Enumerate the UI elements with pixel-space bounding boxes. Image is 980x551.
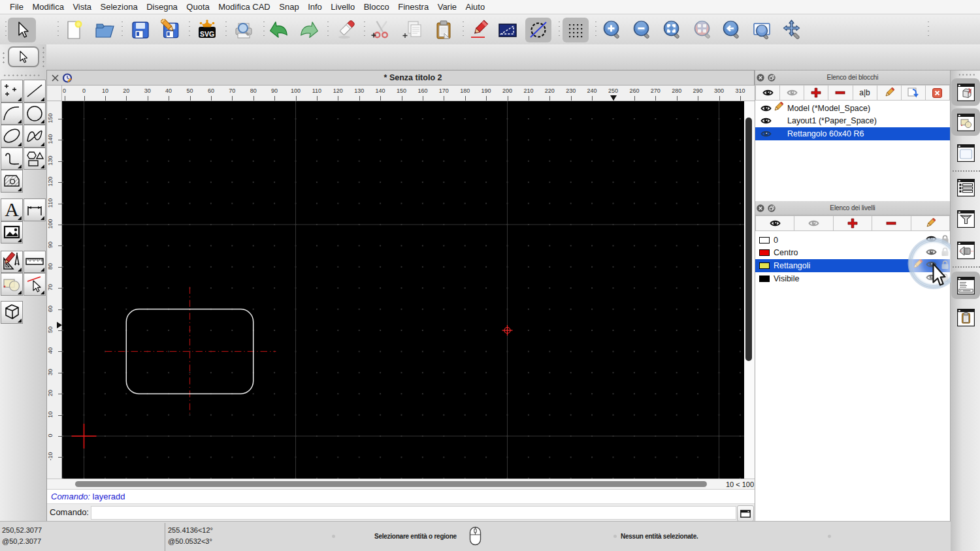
svg-text:A: A [5, 198, 19, 220]
svg-text:SVG: SVG [200, 30, 214, 38]
